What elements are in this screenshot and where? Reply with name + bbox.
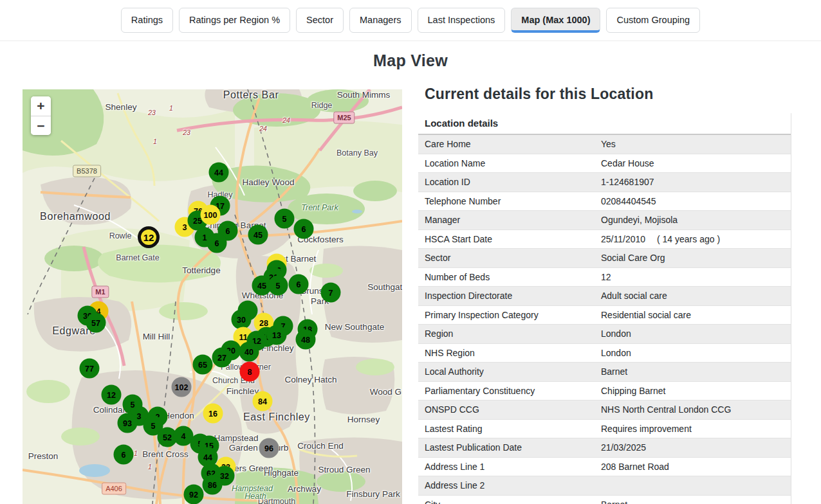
- map-marker[interactable]: 84: [253, 392, 273, 411]
- detail-value: [601, 480, 613, 491]
- detail-value-text: Barnet: [601, 500, 627, 504]
- detail-value-text: 208 Barnet Road: [601, 462, 669, 472]
- detail-row: Region London: [418, 325, 791, 344]
- tab-ratings[interactable]: Ratings: [121, 8, 173, 33]
- detail-label: Lastest Rating: [425, 424, 601, 434]
- map-marker[interactable]: 40: [239, 342, 259, 362]
- map-marker[interactable]: 102: [172, 377, 192, 397]
- detail-label: Manager: [425, 215, 601, 225]
- tab-sector[interactable]: Sector: [296, 8, 344, 33]
- detail-value: Adult social care: [601, 291, 679, 301]
- detail-row: Location Name Cedar House: [418, 154, 791, 174]
- map-marker[interactable]: 44: [209, 163, 229, 183]
- detail-label: HSCA Start Date: [425, 234, 601, 244]
- tab-custom-grouping[interactable]: Custom Grouping: [606, 8, 700, 33]
- tab-last-inspections[interactable]: Last Inspections: [418, 8, 506, 33]
- detail-value: Barnet: [601, 366, 639, 377]
- detail-value: Ogundeyi, Mojisola: [601, 215, 689, 225]
- detail-label: Care Home: [425, 139, 601, 149]
- detail-row: Inspection Directorate Adult social care: [418, 287, 791, 306]
- page-title: Map View: [0, 51, 821, 70]
- detail-row: NHS Region London: [418, 344, 791, 363]
- map-marker[interactable]: 6: [289, 274, 309, 294]
- zoom-out-button[interactable]: −: [31, 116, 51, 135]
- map-marker[interactable]: 5: [275, 209, 295, 229]
- map-marker[interactable]: 5: [268, 276, 288, 296]
- detail-value-text: London: [601, 348, 631, 358]
- detail-label: Number of Beds: [425, 272, 601, 282]
- detail-value-text: Yes: [601, 139, 616, 149]
- detail-row: ONSPD CCG NHS North Central London CCG: [418, 401, 791, 420]
- zoom-control: + −: [31, 96, 51, 135]
- detail-label: Location ID: [425, 177, 601, 187]
- map-marker[interactable]: 93: [118, 413, 138, 433]
- detail-row: Parliamentary Constituency Chipping Barn…: [418, 382, 791, 401]
- detail-value-text: Barnet: [601, 366, 627, 377]
- detail-value-text: Cedar House: [601, 158, 654, 168]
- tab-map-max-1000[interactable]: Map (Max 1000): [511, 8, 600, 33]
- detail-row: Manager Ogundeyi, Mojisola: [418, 211, 791, 230]
- detail-value: 1-124681907: [601, 177, 666, 187]
- detail-value-text: Adult social care: [601, 291, 667, 301]
- detail-value: 02084404545: [601, 196, 668, 206]
- details-section-header: Location details: [418, 113, 791, 135]
- detail-value: 208 Barnet Road: [601, 462, 681, 472]
- road-badge: M25: [333, 112, 355, 124]
- detail-value-text: London: [601, 328, 631, 339]
- details-title: Current details for this Location: [418, 86, 795, 103]
- zoom-in-button[interactable]: +: [31, 96, 51, 116]
- details-panel: Current details for this Location Locati…: [418, 86, 795, 504]
- detail-value-text: Ogundeyi, Mojisola: [601, 215, 678, 225]
- detail-row: Lastest Publication Date 21/03/2025: [418, 438, 791, 458]
- tab-managers[interactable]: Managers: [349, 8, 411, 33]
- map-container[interactable]: South MimmsPotters BarShenleyRidgeBotany…: [23, 89, 402, 504]
- detail-value: Social Care Org: [601, 253, 677, 263]
- map-marker[interactable]: 77: [80, 359, 100, 379]
- detail-row: Address Line 2: [418, 476, 791, 496]
- detail-row: HSCA Start Date 25/11/2010( 14 years ago…: [418, 230, 791, 249]
- detail-value: Residential social care: [601, 310, 703, 320]
- map-marker[interactable]: 92: [184, 485, 204, 504]
- detail-value: NHS North Central London CCG: [601, 404, 743, 415]
- detail-label: Lastest Publication Date: [425, 442, 601, 453]
- map-marker[interactable]: 16: [203, 404, 223, 424]
- road-badge: B5378: [73, 165, 101, 177]
- map-marker[interactable]: 6: [207, 233, 227, 253]
- detail-value: 12: [601, 272, 623, 282]
- map-marker[interactable]: 13: [267, 325, 287, 345]
- detail-value-text: Chipping Barnet: [601, 386, 665, 396]
- map-marker[interactable]: 96: [259, 438, 279, 458]
- detail-row: City Barnet: [418, 496, 791, 504]
- detail-value-text: Social Care Org: [601, 253, 665, 263]
- detail-row: Local Authority Barnet: [418, 363, 791, 382]
- detail-value-text: Residential social care: [601, 310, 691, 320]
- detail-value-text: 25/11/2010: [601, 234, 645, 244]
- detail-row: Care Home Yes: [418, 135, 791, 154]
- detail-row: Primary Inspection Category Residential …: [418, 306, 791, 325]
- map-marker[interactable]: 12: [102, 385, 122, 405]
- map-marker[interactable]: 8: [240, 362, 260, 382]
- detail-row: Lastest Rating Requires improvement: [418, 420, 791, 439]
- map-marker[interactable]: 57: [86, 313, 106, 333]
- detail-value-text: NHS North Central London CCG: [601, 404, 731, 415]
- detail-value: Requires improvement: [601, 424, 703, 434]
- detail-value-text: 12: [601, 272, 611, 282]
- map-marker[interactable]: 100: [201, 205, 221, 225]
- map-marker[interactable]: 45: [248, 225, 268, 245]
- map-marker[interactable]: 6: [114, 445, 134, 465]
- detail-label: Sector: [425, 253, 601, 263]
- tab-ratings-per-region[interactable]: Ratings per Region %: [179, 8, 290, 33]
- detail-label: Location Name: [425, 158, 601, 168]
- map-marker[interactable]: 27: [212, 348, 232, 368]
- map-marker[interactable]: 7: [321, 283, 341, 303]
- map-marker[interactable]: 65: [193, 355, 213, 375]
- map-marker[interactable]: 86: [203, 475, 223, 495]
- detail-value-text: 1-124681907: [601, 177, 654, 187]
- detail-value-text: 21/03/2025: [601, 442, 646, 453]
- map-marker[interactable]: 12: [138, 226, 160, 248]
- detail-label: NHS Region: [425, 348, 601, 358]
- map-marker[interactable]: 6: [294, 219, 314, 239]
- map-marker[interactable]: 48: [296, 330, 316, 350]
- road-badge: M1: [91, 286, 109, 298]
- road-badge: A406: [102, 483, 126, 495]
